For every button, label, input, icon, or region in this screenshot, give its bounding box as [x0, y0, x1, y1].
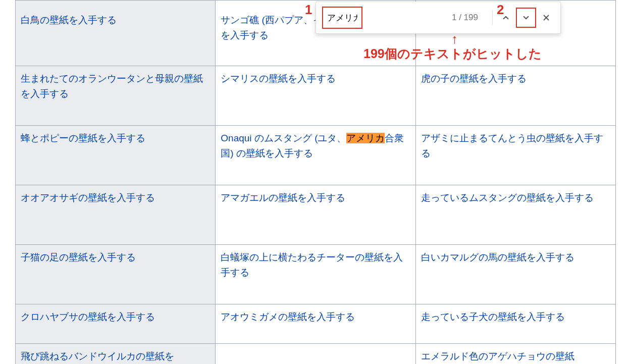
find-match-count: 1 / 199 [452, 13, 478, 23]
wallpaper-link[interactable]: 白鳥の壁紙を入手する [21, 15, 117, 25]
table-row: クロハヤブサの壁紙を入手する アオウミガメの壁紙を入手する 走っている子犬の壁紙… [16, 304, 616, 344]
wallpaper-link[interactable]: オオアオサギの壁紙を入手する [21, 192, 155, 203]
close-icon [542, 13, 551, 22]
table-row: 生まれたてのオランウータンと母親の壁紙を入手する シマリスの壁紙を入手する 虎の… [16, 66, 616, 126]
link-text-pre: Onaqui のムスタング (ユタ、 [221, 133, 346, 143]
wallpaper-link[interactable]: 飛び跳ねるバンドウイルカの壁紙を [21, 351, 174, 361]
find-in-page-bar: 1 / 199 [316, 2, 561, 34]
wallpaper-link[interactable]: アマガエルの壁紙を入手する [221, 192, 345, 203]
wallpaper-link[interactable]: 生まれたてのオランウータンと母親の壁紙を入手する [21, 73, 203, 99]
find-next-button[interactable] [516, 8, 536, 28]
wallpaper-link[interactable]: エメラルド色のアゲハチョウの壁紙 [421, 351, 574, 361]
table-row: 子猫の足の壁紙を入手する 白蟻塚の上に横たわるチーターの壁紙を入手する 白いカマ… [16, 245, 616, 304]
find-close-button[interactable] [536, 8, 556, 28]
annotation-hit-text: 199個のテキストがヒットした [363, 45, 542, 62]
annotation-label-1: 1 [305, 2, 312, 18]
separator [492, 10, 493, 25]
table-row: 飛び跳ねるバンドウイルカの壁紙を エメラルド色のアゲハチョウの壁紙 [16, 344, 616, 365]
wallpaper-link[interactable]: 虎の子の壁紙を入手する [421, 73, 527, 84]
table-row: 蜂とポピーの壁紙を入手する Onaqui のムスタング (ユタ、アメリカ合衆国)… [16, 126, 616, 185]
wallpaper-link[interactable]: クロハヤブサの壁紙を入手する [21, 311, 155, 322]
wallpaper-link[interactable]: 白いカマルグの馬の壁紙を入手する [421, 252, 574, 263]
wallpaper-link[interactable]: 走っている子犬の壁紙を入手する [421, 311, 565, 322]
wallpaper-link[interactable]: 子猫の足の壁紙を入手する [21, 252, 136, 263]
wallpaper-link[interactable]: アザミに止まるてんとう虫の壁紙を入手する [421, 133, 603, 159]
table-row: オオアオサギの壁紙を入手する アマガエルの壁紙を入手する 走っているムスタングの… [16, 185, 616, 245]
chevron-down-icon [521, 13, 531, 22]
find-input[interactable] [326, 12, 358, 23]
wallpaper-link[interactable]: シマリスの壁紙を入手する [221, 73, 336, 84]
wallpaper-link[interactable]: 走っているムスタングの壁紙を入手する [421, 192, 594, 203]
annotation-label-2: 2 [497, 2, 504, 18]
annotation-arrow-icon: ↑ [451, 32, 458, 45]
find-input-highlight-box [322, 7, 362, 29]
wallpaper-link[interactable]: 蜂とポピーの壁紙を入手する [21, 133, 145, 143]
wallpaper-link[interactable]: Onaqui のムスタング (ユタ、アメリカ合衆国) の壁紙を入手する [221, 133, 404, 159]
search-highlight: アメリカ [346, 133, 385, 143]
wallpaper-link[interactable]: アオウミガメの壁紙を入手する [221, 311, 355, 322]
wallpaper-link[interactable]: 白蟻塚の上に横たわるチーターの壁紙を入手する [221, 252, 403, 278]
